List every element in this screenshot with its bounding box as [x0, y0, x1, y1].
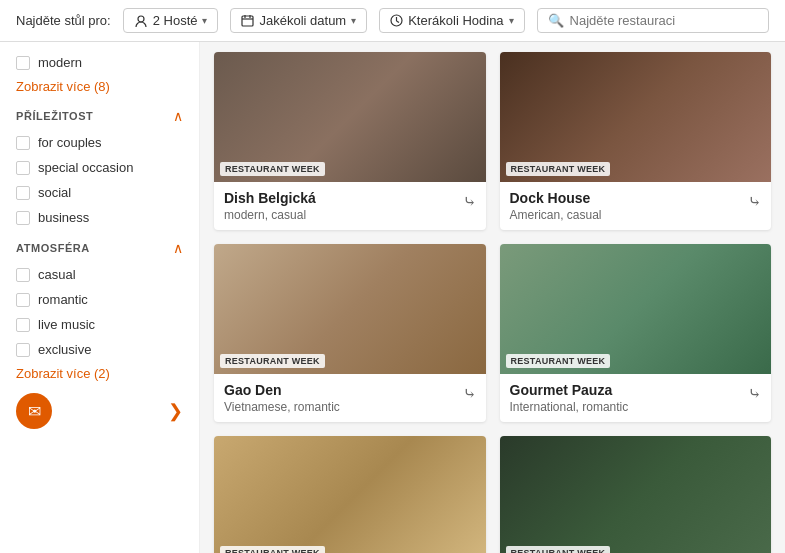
- occasion-title: PŘÍLEŽITOST: [16, 110, 93, 122]
- modern-label: modern: [38, 55, 82, 70]
- share-icon[interactable]: ⤷: [463, 384, 476, 403]
- card-info: Gourmet Pauza International, romantic ⤷: [500, 374, 772, 422]
- social-label: social: [38, 185, 71, 200]
- svg-line-7: [397, 21, 400, 23]
- card-text: Dock House American, casual: [510, 190, 602, 222]
- sidebar: modern Zobrazit více (8) PŘÍLEŽITOST ∧ f…: [0, 42, 200, 553]
- svg-rect-1: [242, 16, 253, 26]
- date-button[interactable]: Jakékoli datum ▾: [230, 8, 367, 33]
- card-image-dish-belgicka: RESTAURANT WEEK: [214, 52, 486, 182]
- list-item: casual: [16, 262, 183, 287]
- for-couples-label: for couples: [38, 135, 102, 150]
- card-image-bg: [500, 436, 772, 553]
- restaurant-card-gao-den[interactable]: RESTAURANT WEEK Gao Den Vietnamese, roma…: [214, 244, 486, 422]
- social-checkbox[interactable]: [16, 186, 30, 200]
- restaurant-tags: International, romantic: [510, 400, 629, 414]
- occasion-collapse-icon[interactable]: ∧: [173, 108, 183, 124]
- restaurant-card-hotel-hoffmeister[interactable]: RESTAURANT WEEK Hotel Hoffmeister & Spa …: [214, 436, 486, 553]
- live-music-checkbox[interactable]: [16, 318, 30, 332]
- restaurant-grid: RESTAURANT WEEK Dish Belgická modern, ca…: [214, 52, 771, 553]
- restaurant-card-la-bodeguita[interactable]: RESTAURANT WEEK La Bodeguita del Medio C…: [500, 436, 772, 553]
- business-label: business: [38, 210, 89, 225]
- restaurant-week-badge: RESTAURANT WEEK: [220, 162, 325, 176]
- list-item: modern: [16, 50, 183, 75]
- search-icon: 🔍: [548, 13, 564, 28]
- search-box[interactable]: 🔍: [537, 8, 769, 33]
- card-info: Gao Den Vietnamese, romantic ⤷: [214, 374, 486, 422]
- casual-checkbox[interactable]: [16, 268, 30, 282]
- restaurant-week-badge: RESTAURANT WEEK: [220, 354, 325, 368]
- guests-chevron-icon: ▾: [202, 15, 207, 26]
- guests-label: 2 Hosté: [153, 13, 198, 28]
- list-item: for couples: [16, 130, 183, 155]
- list-item: live music: [16, 312, 183, 337]
- card-image-la-bodeguita: RESTAURANT WEEK: [500, 436, 772, 553]
- casual-label: casual: [38, 267, 76, 282]
- sidebar-down-arrow-icon[interactable]: ❯: [168, 400, 183, 422]
- show-more-style[interactable]: Zobrazit více (8): [16, 75, 183, 98]
- svg-point-0: [138, 16, 144, 22]
- card-image-dock-house: RESTAURANT WEEK: [500, 52, 772, 182]
- find-table-label: Najděte stůl pro:: [16, 13, 111, 28]
- restaurant-tags: modern, casual: [224, 208, 316, 222]
- date-label: Jakékoli datum: [259, 13, 346, 28]
- card-image-gao-den: RESTAURANT WEEK: [214, 244, 486, 374]
- clock-icon: [390, 14, 403, 27]
- list-item: exclusive: [16, 337, 183, 362]
- atmosphere-section-header: ATMOSFÉRA ∧: [16, 230, 183, 262]
- for-couples-checkbox[interactable]: [16, 136, 30, 150]
- atmosphere-collapse-icon[interactable]: ∧: [173, 240, 183, 256]
- time-label: Kterákoli Hodina: [408, 13, 503, 28]
- time-button[interactable]: Kterákoli Hodina ▾: [379, 8, 524, 33]
- restaurant-week-badge: RESTAURANT WEEK: [506, 546, 611, 553]
- live-music-label: live music: [38, 317, 95, 332]
- email-button[interactable]: ✉: [16, 393, 52, 429]
- search-input[interactable]: [570, 13, 758, 28]
- card-text: Gourmet Pauza International, romantic: [510, 382, 629, 414]
- time-chevron-icon: ▾: [509, 15, 514, 26]
- card-image-bg: [214, 436, 486, 553]
- guests-icon: [134, 14, 148, 28]
- romantic-checkbox[interactable]: [16, 293, 30, 307]
- card-text: Gao Den Vietnamese, romantic: [224, 382, 340, 414]
- share-icon[interactable]: ⤷: [748, 384, 761, 403]
- email-icon: ✉: [28, 402, 41, 421]
- image-overlay: [214, 436, 486, 553]
- exclusive-label: exclusive: [38, 342, 91, 357]
- restaurant-week-badge: RESTAURANT WEEK: [506, 162, 611, 176]
- card-text: Dish Belgická modern, casual: [224, 190, 316, 222]
- restaurant-card-gourmet-pauza[interactable]: RESTAURANT WEEK Gourmet Pauza Internatio…: [500, 244, 772, 422]
- atmosphere-title: ATMOSFÉRA: [16, 242, 90, 254]
- show-more-atmosphere[interactable]: Zobrazit více (2): [16, 362, 183, 385]
- top-bar: Najděte stůl pro: 2 Hosté ▾ Jakékoli dat…: [0, 0, 785, 42]
- restaurant-card-dish-belgicka[interactable]: RESTAURANT WEEK Dish Belgická modern, ca…: [214, 52, 486, 230]
- exclusive-checkbox[interactable]: [16, 343, 30, 357]
- occasion-section-header: PŘÍLEŽITOST ∧: [16, 98, 183, 130]
- image-overlay: [500, 436, 772, 553]
- restaurant-week-badge: RESTAURANT WEEK: [220, 546, 325, 553]
- sidebar-bottom: ✉ ❯: [16, 393, 183, 429]
- restaurant-name: Gourmet Pauza: [510, 382, 629, 398]
- date-chevron-icon: ▾: [351, 15, 356, 26]
- restaurant-name: Dock House: [510, 190, 602, 206]
- restaurant-week-badge: RESTAURANT WEEK: [506, 354, 611, 368]
- list-item: social: [16, 180, 183, 205]
- card-image-gourmet-pauza: RESTAURANT WEEK: [500, 244, 772, 374]
- main-area: modern Zobrazit více (8) PŘÍLEŽITOST ∧ f…: [0, 42, 785, 553]
- share-icon[interactable]: ⤷: [748, 192, 761, 211]
- share-icon[interactable]: ⤷: [463, 192, 476, 211]
- restaurant-name: Gao Den: [224, 382, 340, 398]
- business-checkbox[interactable]: [16, 211, 30, 225]
- restaurant-name: Dish Belgická: [224, 190, 316, 206]
- guests-button[interactable]: 2 Hosté ▾: [123, 8, 219, 33]
- list-item: romantic: [16, 287, 183, 312]
- restaurant-card-dock-house[interactable]: RESTAURANT WEEK Dock House American, cas…: [500, 52, 772, 230]
- calendar-icon: [241, 14, 254, 27]
- list-item: business: [16, 205, 183, 230]
- special-occasion-label: special occasion: [38, 160, 133, 175]
- card-image-hotel-hoffmeister: RESTAURANT WEEK: [214, 436, 486, 553]
- restaurant-tags: American, casual: [510, 208, 602, 222]
- card-info: Dish Belgická modern, casual ⤷: [214, 182, 486, 230]
- special-occasion-checkbox[interactable]: [16, 161, 30, 175]
- modern-checkbox[interactable]: [16, 56, 30, 70]
